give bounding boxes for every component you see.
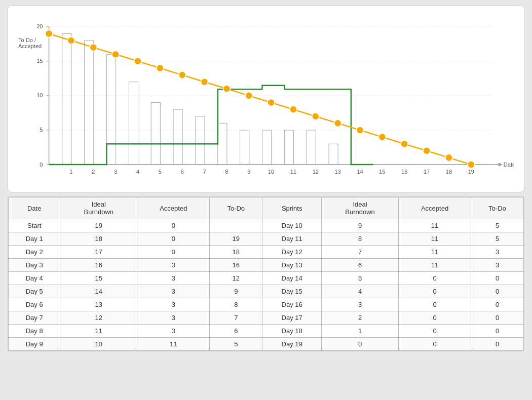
svg-text:17: 17: [424, 169, 430, 175]
svg-rect-21: [62, 33, 71, 165]
svg-text:2: 2: [92, 169, 95, 175]
svg-point-49: [378, 134, 386, 141]
svg-text:1: 1: [69, 169, 72, 175]
svg-rect-29: [240, 130, 249, 165]
table-row: Start190Day 109115: [9, 219, 524, 232]
table-cell: 11: [137, 338, 210, 351]
table-row: Day 81136Day 18100: [9, 325, 524, 338]
col-header-todo1: To-Do: [210, 197, 262, 219]
svg-text:5: 5: [159, 169, 162, 175]
table-cell: 1: [322, 325, 399, 338]
table-cell: 3: [137, 259, 210, 272]
table-cell: 14: [60, 285, 137, 298]
svg-text:5: 5: [40, 127, 43, 133]
svg-text:15: 15: [379, 169, 385, 175]
svg-point-42: [223, 85, 230, 92]
table-cell: 19: [210, 232, 262, 246]
table-cell: 0: [398, 338, 471, 351]
table-cell: 6: [322, 259, 399, 272]
table-cell: 18: [60, 232, 137, 246]
table-cell: 15: [60, 272, 137, 285]
svg-rect-22: [85, 41, 94, 165]
svg-text:4: 4: [136, 169, 139, 175]
svg-marker-19: [499, 163, 503, 167]
table-cell: 11: [60, 325, 137, 338]
table-cell: 7: [322, 246, 399, 259]
svg-rect-24: [129, 82, 138, 165]
table-row: Day 61338Day 16300: [9, 298, 524, 311]
table-cell: 0: [398, 311, 471, 325]
svg-text:Accepted: Accepted: [18, 43, 42, 49]
svg-point-47: [334, 119, 341, 127]
table-cell: 0: [471, 338, 524, 351]
table-cell: Day 8: [9, 325, 60, 338]
table-cell: Day 10: [262, 219, 322, 232]
table-cell: 12: [210, 272, 262, 285]
col-header-sprints: Sprints: [262, 197, 322, 219]
svg-text:8: 8: [225, 169, 228, 175]
svg-text:12: 12: [313, 169, 319, 175]
table-cell: 9: [210, 285, 262, 298]
svg-rect-23: [106, 54, 116, 165]
table-cell: 3: [137, 298, 210, 311]
svg-rect-33: [329, 144, 338, 165]
svg-point-38: [134, 58, 141, 65]
table-cell: 3: [471, 246, 524, 259]
table-cell: 11: [398, 246, 471, 259]
table-cell: 3: [471, 259, 524, 272]
table-cell: Day 6: [9, 298, 60, 311]
col-header-date1: Date: [9, 197, 60, 219]
table-cell: Day 7: [9, 311, 60, 325]
svg-text:0: 0: [40, 162, 43, 168]
table-cell: Day 15: [262, 285, 322, 298]
table-cell: Day 12: [262, 246, 322, 259]
svg-point-53: [468, 161, 475, 168]
table-cell: Day 18: [262, 325, 322, 338]
table-cell: 4: [322, 285, 399, 298]
svg-point-35: [67, 37, 74, 44]
table-cell: 11: [398, 259, 471, 272]
table-cell: Day 4: [9, 272, 60, 285]
table-cell: 11: [398, 232, 471, 246]
svg-text:7: 7: [203, 169, 206, 175]
table-cell: 7: [210, 311, 262, 325]
svg-rect-25: [151, 103, 160, 165]
svg-text:6: 6: [181, 169, 184, 175]
svg-text:3: 3: [114, 169, 117, 175]
table-cell: 3: [137, 285, 210, 298]
table-cell: Day 1: [9, 232, 60, 246]
chart-area: To Do / Accepted 0 5 10: [13, 15, 514, 187]
table-cell: 8: [210, 298, 262, 311]
table-row: Day 51439Day 15400: [9, 285, 524, 298]
table-cell: 0: [137, 232, 210, 246]
table-cell: 0: [137, 219, 210, 232]
table-cell: 0: [398, 298, 471, 311]
svg-point-36: [90, 44, 97, 51]
svg-point-48: [356, 127, 363, 134]
table-cell: 18: [210, 246, 262, 259]
svg-text:Date: Date: [504, 162, 514, 168]
table-cell: 11: [398, 219, 471, 232]
col-header-accepted1: Accepted: [137, 197, 210, 219]
col-header-ideal2: IdealBurndown: [322, 197, 399, 219]
table-cell: 0: [398, 325, 471, 338]
svg-text:10: 10: [268, 169, 274, 175]
table-row: Day 71237Day 17200: [9, 311, 524, 325]
svg-text:14: 14: [357, 169, 363, 175]
svg-point-39: [157, 64, 164, 71]
table-cell: Day 17: [262, 311, 322, 325]
col-header-todo2: To-Do: [471, 197, 524, 219]
svg-text:20: 20: [36, 23, 43, 29]
table-row: Day 910115Day 19000: [9, 338, 524, 351]
table-cell: 0: [471, 311, 524, 325]
svg-text:16: 16: [401, 169, 407, 175]
table-row: Day 217018Day 127113: [9, 246, 524, 259]
svg-rect-26: [173, 109, 182, 165]
svg-point-40: [179, 71, 186, 78]
table-cell: Day 19: [262, 338, 322, 351]
table-cell: 0: [322, 338, 399, 351]
svg-point-43: [245, 92, 252, 99]
burndown-table: Date IdealBurndown Accepted To-Do Sprint…: [8, 197, 524, 351]
svg-point-50: [401, 140, 408, 147]
col-header-accepted2: Accepted: [398, 197, 471, 219]
